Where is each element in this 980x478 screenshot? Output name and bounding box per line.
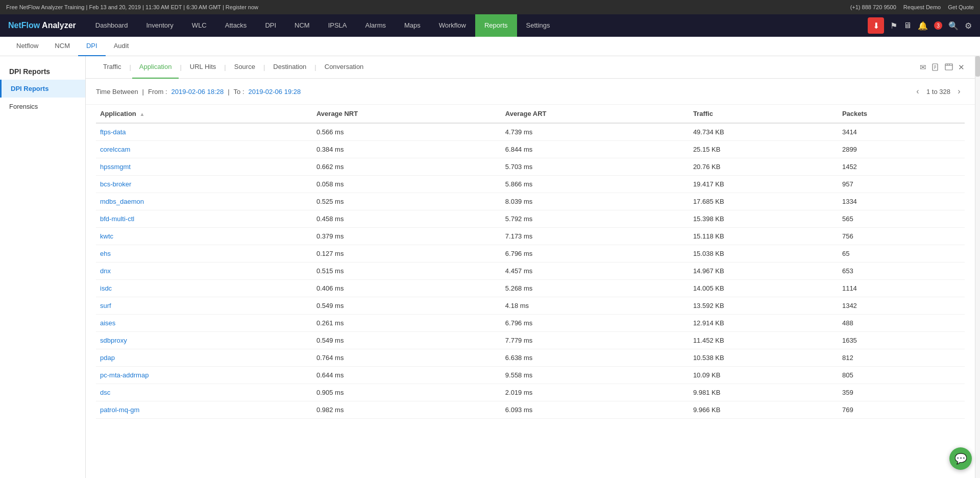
sub-nav: NetflowNCMDPIAudit xyxy=(0,37,980,56)
right-scrollbar[interactable] xyxy=(975,56,980,478)
cell-traffic: 12.914 KB xyxy=(689,315,838,332)
chat-widget[interactable]: 💬 xyxy=(949,447,972,470)
cell-avg_nrt: 0.515 ms xyxy=(312,262,501,280)
table-row: corelccam0.384 ms6.844 ms25.15 KB2899 xyxy=(96,141,965,158)
cell-avg_nrt: 0.549 ms xyxy=(312,332,501,349)
cell-application[interactable]: kwtc xyxy=(96,228,312,245)
export-report-icon[interactable] xyxy=(945,63,953,71)
nav-item-reports[interactable]: Reports xyxy=(475,14,517,37)
app-logo: NetFlow Analyzer xyxy=(8,21,76,30)
sidebar-item-dpi-reports[interactable]: DPI Reports xyxy=(0,80,85,98)
table-row: ftps-data0.566 ms4.739 ms49.734 KB3414 xyxy=(96,123,965,141)
report-tab-conversation[interactable]: Conversation xyxy=(317,56,371,79)
cell-avg_art: 7.173 ms xyxy=(501,228,689,245)
cell-packets: 1342 xyxy=(838,297,965,315)
training-notice: Free NetFlow Analyzer Training | Feb 13 … xyxy=(6,4,258,10)
nav-item-maps[interactable]: Maps xyxy=(395,14,430,37)
pdf-report-icon[interactable] xyxy=(932,63,940,71)
cell-application[interactable]: dsc xyxy=(96,384,312,401)
search-icon[interactable]: 🔍 xyxy=(948,21,959,31)
cell-traffic: 17.685 KB xyxy=(689,193,838,210)
table-row: dsc0.905 ms2.019 ms9.981 KB359 xyxy=(96,384,965,401)
cell-application[interactable]: isdc xyxy=(96,280,312,297)
nav-item-ipsla[interactable]: IPSLA xyxy=(319,14,356,37)
cell-application[interactable]: surf xyxy=(96,297,312,315)
cell-application[interactable]: aises xyxy=(96,315,312,332)
logo-prefix: NetFlow xyxy=(8,21,40,30)
flag-icon[interactable]: ⚑ xyxy=(890,21,897,31)
cell-avg_art: 4.739 ms xyxy=(501,123,689,141)
nav-item-dpi[interactable]: DPI xyxy=(256,14,285,37)
monitor-icon[interactable]: 🖥 xyxy=(903,21,912,30)
cell-application[interactable]: ehs xyxy=(96,245,312,262)
nav-item-ncm[interactable]: NCM xyxy=(285,14,319,37)
report-tab-destination[interactable]: Destination xyxy=(266,56,313,79)
cell-traffic: 10.538 KB xyxy=(689,349,838,367)
cell-application[interactable]: dnx xyxy=(96,262,312,280)
scrollbar-thumb[interactable] xyxy=(975,56,980,77)
notification-badge: 3 xyxy=(934,21,942,30)
table-row: pdap0.764 ms6.638 ms10.538 KB812 xyxy=(96,349,965,367)
cell-avg_nrt: 0.662 ms xyxy=(312,158,501,176)
table-header: Application ▲Average NRTAverage ARTTraff… xyxy=(96,105,965,123)
cell-application[interactable]: bcs-broker xyxy=(96,176,312,193)
th-application[interactable]: Application ▲ xyxy=(96,105,312,123)
cell-avg_nrt: 0.764 ms xyxy=(312,349,501,367)
table-row: hpssmgmt0.662 ms5.703 ms20.76 KB1452 xyxy=(96,158,965,176)
cell-avg_nrt: 0.261 ms xyxy=(312,315,501,332)
sub-nav-item-netflow[interactable]: Netflow xyxy=(8,37,46,56)
gear-icon[interactable]: ⚙ xyxy=(965,21,972,31)
nav-item-dashboard[interactable]: Dashboard xyxy=(86,14,137,37)
nav-item-attacks[interactable]: Attacks xyxy=(216,14,256,37)
cell-traffic: 14.005 KB xyxy=(689,280,838,297)
sidebar-items-container: DPI ReportsForensics xyxy=(0,80,85,115)
nav-item-workflow[interactable]: Workflow xyxy=(430,14,475,37)
request-demo[interactable]: Request Demo xyxy=(903,4,941,10)
table-body: ftps-data0.566 ms4.739 ms49.734 KB3414co… xyxy=(96,123,965,419)
table-row: bfd-multi-ctl0.458 ms5.792 ms15.398 KB56… xyxy=(96,210,965,228)
cell-application[interactable]: pc-mta-addrmap xyxy=(96,367,312,384)
phone-number[interactable]: (+1) 888 720 9500 xyxy=(850,4,896,10)
top-bar-actions: (+1) 888 720 9500 Request Demo Get Quote xyxy=(850,4,974,10)
sub-nav-item-audit[interactable]: Audit xyxy=(106,37,137,56)
cell-packets: 769 xyxy=(838,401,965,419)
cell-application[interactable]: mdbs_daemon xyxy=(96,193,312,210)
nav-item-settings[interactable]: Settings xyxy=(517,14,559,37)
header-icon-group: ⬇ ⚑ 🖥 🔔 3 🔍 ⚙ xyxy=(868,17,972,34)
cell-packets: 488 xyxy=(838,315,965,332)
sub-nav-item-ncm[interactable]: NCM xyxy=(46,37,78,56)
sub-nav-item-dpi[interactable]: DPI xyxy=(78,37,106,56)
cell-avg_art: 4.18 ms xyxy=(501,297,689,315)
report-tab-source[interactable]: Source xyxy=(227,56,262,79)
cell-application[interactable]: patrol-mq-gm xyxy=(96,401,312,419)
get-quote[interactable]: Get Quote xyxy=(948,4,974,10)
cell-avg_nrt: 0.905 ms xyxy=(312,384,501,401)
cell-application[interactable]: ftps-data xyxy=(96,123,312,141)
cell-avg_art: 6.796 ms xyxy=(501,245,689,262)
nav-item-inventory[interactable]: Inventory xyxy=(137,14,182,37)
cell-application[interactable]: sdbproxy xyxy=(96,332,312,349)
report-tab-url-hits[interactable]: URL Hits xyxy=(183,56,224,79)
tab-sep-5: | xyxy=(313,63,317,71)
sidebar: DPI Reports DPI ReportsForensics xyxy=(0,56,86,478)
bell-icon[interactable]: 🔔 xyxy=(918,21,928,31)
sidebar-item-forensics[interactable]: Forensics xyxy=(0,98,85,115)
report-tab-traffic[interactable]: Traffic xyxy=(96,56,128,79)
nav-item-alarms[interactable]: Alarms xyxy=(356,14,395,37)
cell-application[interactable]: corelccam xyxy=(96,141,312,158)
prev-page-button[interactable]: ‹ xyxy=(912,86,923,97)
cell-application[interactable]: hpssmgmt xyxy=(96,158,312,176)
nav-item-wlc[interactable]: WLC xyxy=(183,14,216,37)
cell-application[interactable]: bfd-multi-ctl xyxy=(96,210,312,228)
cell-application[interactable]: pdap xyxy=(96,349,312,367)
cell-packets: 359 xyxy=(838,384,965,401)
close-report-icon[interactable]: ✕ xyxy=(958,63,965,72)
cell-packets: 805 xyxy=(838,367,965,384)
report-tab-application[interactable]: Application xyxy=(132,56,179,79)
email-report-icon[interactable]: ✉ xyxy=(920,63,926,72)
cell-avg_art: 5.792 ms xyxy=(501,210,689,228)
download-button[interactable]: ⬇ xyxy=(868,17,884,34)
cell-packets: 65 xyxy=(838,245,965,262)
main-content: Traffic|Application|URL Hits|Source|Dest… xyxy=(86,56,975,478)
next-page-button[interactable]: › xyxy=(953,86,965,97)
